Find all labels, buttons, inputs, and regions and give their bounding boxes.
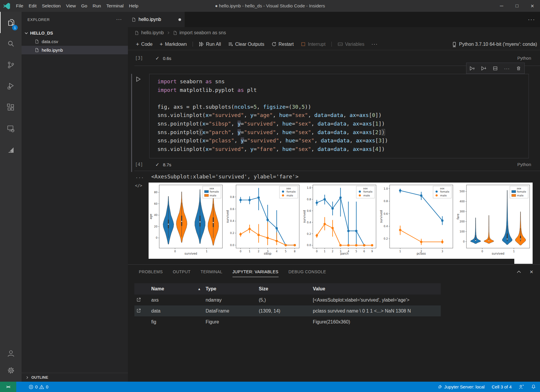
status-bar: >< 0 0 Jupyter Server: local Cell 3 of 4 — [0, 382, 540, 392]
search-icon[interactable] — [0, 33, 22, 54]
menu-run[interactable]: Run — [90, 0, 103, 12]
remote-indicator[interactable]: >< — [0, 382, 16, 392]
cell-language[interactable]: Python — [517, 53, 531, 63]
toolbar-separator — [193, 42, 193, 47]
cell-value: pclass survived name \ 0 1 1 <...> NaN 1… — [313, 305, 411, 316]
menu-selection[interactable]: Selection — [39, 0, 64, 12]
delete-cell-icon[interactable] — [515, 64, 522, 72]
svg-text:3: 3 — [441, 250, 443, 253]
bottom-panel: PROBLEMS OUTPUT TERMINAL JUPYTER: VARIAB… — [128, 264, 540, 382]
open-variable-icon[interactable] — [136, 308, 141, 313]
add-code-button[interactable]: +Code — [133, 38, 155, 50]
file-item-hello-ipynb[interactable]: hello.ipynb — [22, 46, 128, 54]
editor-more-actions-icon[interactable]: ··· — [528, 12, 535, 27]
tab-output[interactable]: OUTPUT — [173, 269, 191, 274]
breadcrumb-file[interactable]: hello.ipynb — [141, 30, 164, 35]
explorer-icon[interactable]: 1 — [0, 12, 22, 33]
jupyter-server-status[interactable]: Jupyter Server: local — [437, 384, 485, 389]
menu-view[interactable]: View — [63, 0, 78, 12]
kernel-icon — [452, 42, 457, 47]
table-row[interactable]: figFigureFigure(2160x360) — [134, 316, 441, 327]
extensions-icon[interactable] — [0, 97, 22, 118]
tab-hello-ipynb[interactable]: hello.ipynb — [128, 12, 185, 27]
svg-text:(x): (x) — [338, 43, 342, 45]
cell-size: (1309, 14) — [259, 305, 280, 316]
cell-language[interactable]: Python — [517, 160, 531, 170]
svg-text:0: 0 — [482, 250, 483, 253]
run-cell-icon[interactable] — [135, 76, 141, 82]
run-debug-icon[interactable] — [0, 76, 22, 97]
tab-debug-console[interactable]: DEBUG CONSOLE — [289, 269, 326, 274]
sidebar-more-actions-icon[interactable]: ··· — [116, 17, 122, 22]
close-icon[interactable]: × — [525, 0, 540, 12]
outline-section[interactable]: OUTLINE — [22, 373, 128, 382]
source-control-icon[interactable] — [0, 54, 22, 76]
settings-gear-icon[interactable] — [0, 364, 22, 377]
file-item-data-csv[interactable]: data.csv — [22, 37, 128, 46]
svg-text:0.0: 0.0 — [230, 244, 235, 247]
variables-icon: (x) — [338, 42, 343, 47]
variables-table-header: Name ▲ Type Size Value — [134, 283, 441, 295]
custom-extension-icon[interactable] — [0, 139, 22, 161]
tab-terminal[interactable]: TERMINAL — [201, 269, 222, 274]
split-cell-icon[interactable] — [492, 64, 499, 72]
variables-button: (x) Variables — [335, 38, 367, 50]
svg-text:6: 6 — [363, 250, 365, 253]
sort-ascending-icon[interactable]: ▲ — [198, 283, 201, 295]
restart-button[interactable]: Restart — [269, 38, 297, 50]
remote-explorer-icon[interactable] — [0, 118, 22, 139]
file-icon — [134, 31, 139, 35]
open-variable-icon[interactable] — [136, 297, 141, 302]
header-value[interactable]: Value — [313, 283, 325, 295]
run-all-button[interactable]: Run All — [196, 38, 224, 50]
account-icon[interactable] — [0, 347, 22, 360]
subplot-violin-fare: 010020030040050001survivedfaresexfemalem… — [456, 183, 533, 259]
table-row[interactable]: dataDataFrame(1309, 14)pclass survived n… — [134, 305, 441, 316]
code-output-icon[interactable]: </> — [135, 183, 142, 188]
cell-type: DataFrame — [206, 305, 229, 316]
workspace-name: HELLO_DS — [30, 31, 53, 35]
svg-text:80: 80 — [154, 191, 158, 194]
run-below-icon[interactable] — [480, 64, 488, 72]
kernel-picker[interactable]: Python 3.7.10 64-bit ('myenv': conda) — [452, 38, 537, 50]
menu-help[interactable]: Help — [126, 0, 141, 12]
svg-text:0.4: 0.4 — [384, 225, 388, 228]
menu-terminal[interactable]: Terminal — [104, 0, 126, 12]
cell-value: Figure(2160x360) — [313, 316, 350, 327]
maximize-panel-icon[interactable] — [516, 269, 521, 274]
file-icon — [131, 17, 136, 22]
problems-status[interactable]: 0 0 — [29, 384, 48, 389]
run-above-icon[interactable] — [469, 64, 476, 72]
add-icon: + — [160, 42, 163, 47]
header-size[interactable]: Size — [259, 283, 268, 295]
notebook-more-actions-icon[interactable]: ··· — [369, 38, 380, 50]
cell-indicator[interactable]: Cell 3 of 4 — [492, 384, 512, 389]
cell-name: axs — [151, 295, 159, 305]
cell-type: Figure — [206, 316, 219, 327]
menu-edit[interactable]: Edit — [26, 0, 39, 12]
minimize-icon[interactable]: ─ — [494, 0, 509, 12]
tab-problems[interactable]: PROBLEMS — [139, 269, 163, 274]
tab-jupyter-variables[interactable]: JUPYTER: VARIABLES — [232, 269, 279, 274]
menu-go[interactable]: Go — [79, 0, 90, 12]
header-type[interactable]: Type — [206, 283, 216, 295]
svg-text:1: 1 — [513, 250, 515, 253]
bell-icon[interactable] — [531, 384, 536, 389]
workspace-folder[interactable]: HELLO_DS — [22, 29, 128, 37]
svg-text:5: 5 — [355, 250, 357, 253]
svg-text:0.0: 0.0 — [307, 244, 311, 247]
close-panel-icon[interactable]: × — [530, 269, 533, 275]
feedback-icon[interactable] — [519, 384, 524, 389]
table-row[interactable]: axsndarray(5,)[<AxesSubplot:xlabel='surv… — [134, 295, 441, 305]
code-cell-editor[interactable]: import seaborn as snsimport matplotlib.p… — [149, 74, 529, 158]
svg-text:1.0: 1.0 — [307, 186, 311, 189]
modified-dot-icon[interactable] — [178, 18, 181, 21]
header-name[interactable]: Name — [151, 283, 164, 295]
cell-more-actions-icon[interactable]: ··· — [503, 64, 511, 72]
maximize-icon[interactable]: □ — [509, 0, 525, 12]
add-markdown-button[interactable]: +Markdown — [157, 38, 189, 50]
success-check-icon: ✓ — [155, 162, 159, 167]
clear-outputs-button[interactable]: Clear Outputs — [225, 38, 267, 50]
menu-file[interactable]: File — [13, 0, 26, 12]
breadcrumb-cell[interactable]: import seaborn as sns — [180, 30, 226, 35]
